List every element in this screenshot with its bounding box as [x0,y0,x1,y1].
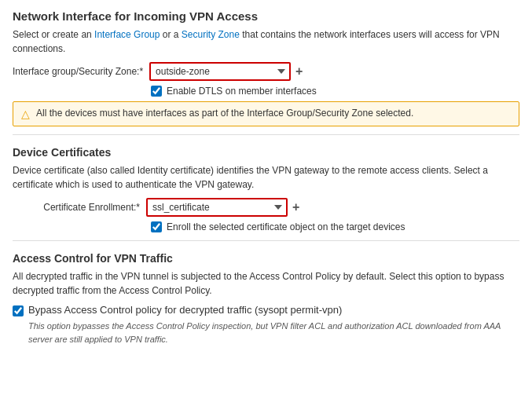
section3-title: Access Control for VPN Traffic [13,252,519,265]
bypass-checkbox[interactable] [13,305,24,316]
enroll-checkbox-row: Enroll the selected certificate object o… [151,221,519,232]
section1-title: Network Interface for Incoming VPN Acces… [13,9,519,23]
cert-enrollment-dropdown-wrapper: ssl_certificate default-cert vpn-cert + [146,198,299,217]
security-zone-link[interactable]: Security Zone [182,29,240,40]
warning-text: All the devices must have interfaces as … [36,108,413,119]
divider-2 [13,240,519,241]
dtls-checkbox-row: Enable DTLS on member interfaces [151,86,519,97]
bypass-note: This option bypasses the Access Control … [28,320,519,346]
dtls-checkbox-label[interactable]: Enable DTLS on member interfaces [167,86,317,97]
interface-zone-label: Interface group/Security Zone:* [13,66,149,77]
warning-box: △ All the devices must have interfaces a… [13,101,519,126]
section2-description: Device certificate (also called Identity… [13,163,519,192]
cert-enrollment-label: Certificate Enrollment:* [13,202,146,213]
access-control-section: Access Control for VPN Traffic All decry… [13,252,519,346]
interface-zone-add-button[interactable]: + [295,65,303,78]
network-interface-section: Network Interface for Incoming VPN Acces… [13,9,519,126]
cert-enrollment-row: Certificate Enrollment:* ssl_certificate… [13,198,519,217]
section1-desc-mid1: or a [160,29,181,40]
bypass-label-container: Bypass Access Control policy for decrypt… [28,304,342,316]
interface-group-link[interactable]: Interface Group [94,29,160,40]
interface-zone-dropdown-wrapper: outside-zone inside-zone dmz-zone + [149,62,303,81]
enroll-checkbox[interactable] [151,221,162,232]
cert-enrollment-dropdown[interactable]: ssl_certificate default-cert vpn-cert [146,198,288,217]
bypass-checkbox-label[interactable]: Bypass Access Control policy for decrypt… [28,304,342,316]
enroll-checkbox-label[interactable]: Enroll the selected certificate object o… [167,221,405,232]
section2-title: Device Certificates [13,146,519,159]
interface-zone-dropdown[interactable]: outside-zone inside-zone dmz-zone [149,62,291,81]
section1-desc-pre: Select or create an [13,29,94,40]
interface-zone-row: Interface group/Security Zone:* outside-… [13,62,519,81]
device-certificates-section: Device Certificates Device certificate (… [13,146,519,232]
warning-icon: △ [21,108,30,120]
section3-description: All decrypted traffic in the VPN tunnel … [13,269,519,298]
section1-description: Select or create an Interface Group or a… [13,27,519,56]
cert-enrollment-add-button[interactable]: + [292,201,299,214]
dtls-checkbox[interactable] [151,86,162,97]
divider-1 [13,134,519,135]
bypass-row: Bypass Access Control policy for decrypt… [13,304,519,316]
